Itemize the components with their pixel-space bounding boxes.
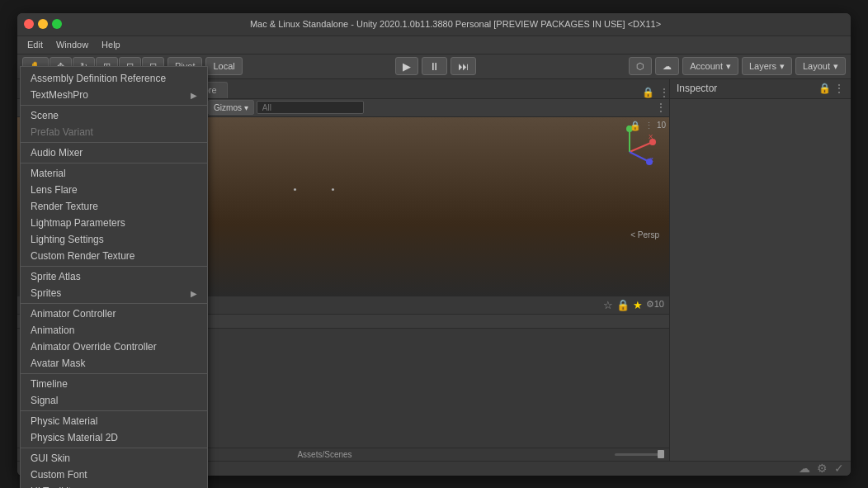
menu-item-lightmap-params[interactable]: Lightmap Parameters <box>21 215 207 231</box>
menu-item-sprites[interactable]: Sprites ▶ <box>21 285 207 301</box>
more-options-icon[interactable]: ⋮ <box>659 87 669 98</box>
main-window: Mac & Linux Standalone - Unity 2020.1.0b… <box>17 13 851 476</box>
maximize-button[interactable] <box>52 19 62 29</box>
play-button[interactable]: ▶ <box>395 57 418 75</box>
menu-bar: Edit Window Help <box>17 36 851 54</box>
inspector-title: Inspector <box>677 83 815 94</box>
minimize-button[interactable] <box>38 19 48 29</box>
layout-dropdown[interactable]: Layout ▾ <box>795 57 846 75</box>
textmeshpro-arrow-icon: ▶ <box>191 91 197 100</box>
scene-lock-icon[interactable]: 🔒 <box>630 121 641 131</box>
gizmo-count: 10 <box>657 121 666 131</box>
scene-search-input[interactable] <box>257 101 364 114</box>
menu-item-physic-material[interactable]: Physic Material <box>21 413 207 429</box>
close-button[interactable] <box>24 19 34 29</box>
menu-item-prefab-variant: Prefab Variant <box>21 124 207 140</box>
menu-item-audio-mixer[interactable]: Audio Mixer <box>21 145 207 161</box>
scene-more-icon[interactable]: ⋮ <box>656 102 666 113</box>
menu-item-custom-render-texture[interactable]: Custom Render Texture <box>21 248 207 264</box>
menu-section-6: Animator Controller Animation Animator O… <box>21 303 207 373</box>
menu-item-gui-skin[interactable]: GUI Skin <box>21 450 207 461</box>
svg-text:X: X <box>649 133 653 140</box>
step-button[interactable]: ⏭ <box>451 57 476 75</box>
menu-section-3: Audio Mixer <box>21 142 207 163</box>
menu-item-lighting-settings[interactable]: Lighting Settings <box>21 231 207 248</box>
menu-item-animator-override[interactable]: Animator Override Controller <box>21 339 207 355</box>
menu-item-animator-controller[interactable]: Animator Controller <box>21 306 207 322</box>
scene-panel-controls: 🔒 ⋮ 10 <box>630 121 666 131</box>
zoom-slider-thumb[interactable] <box>658 450 664 458</box>
pause-button[interactable]: ⏸ <box>422 57 447 75</box>
local-button[interactable]: Local <box>205 57 242 75</box>
account-dropdown[interactable]: Account ▾ <box>682 57 738 75</box>
menu-item-assembly-def-ref[interactable]: Assembly Definition Reference <box>21 79 207 88</box>
menu-section-9: GUI Skin Custom Font UI Toolkit ▶ <box>21 448 207 461</box>
svg-line-6 <box>630 152 649 162</box>
inspector-content <box>670 99 851 461</box>
inspector-lock-icon[interactable]: 🔒 <box>818 83 831 94</box>
menu-section-4: Material Lens Flare Render Texture Light… <box>21 163 207 266</box>
window-title: Mac & Linux Standalone - Unity 2020.1.0b… <box>67 19 844 29</box>
svg-text:Z: Z <box>649 156 653 163</box>
account-chevron-icon: ▾ <box>726 61 731 72</box>
main-area: Assembly Definition Reference TextMeshPr… <box>17 79 851 461</box>
menu-item-textmeshpro[interactable]: TextMeshPro ▶ <box>21 87 207 103</box>
scene-decorative-dots <box>277 182 351 193</box>
menu-item-avatar-mask[interactable]: Avatar Mask <box>21 355 207 372</box>
window-controls <box>24 19 62 29</box>
menu-section-7: Timeline Signal <box>21 373 207 410</box>
menu-item-material[interactable]: Material <box>21 165 207 182</box>
menu-section-5: Sprite Atlas Sprites ▶ <box>21 266 207 303</box>
layers-dropdown[interactable]: Layers ▾ <box>742 57 792 75</box>
menu-item-timeline[interactable]: Timeline <box>21 376 207 392</box>
menu-item-window[interactable]: Window <box>50 38 95 51</box>
menu-section-1: Assembly Definition Reference TextMeshPr… <box>21 79 207 106</box>
layers-chevron-icon: ▾ <box>780 61 785 72</box>
assets-path: Assets/Scenes <box>297 450 351 459</box>
favorites-icon[interactable]: ☆ <box>603 299 613 311</box>
cloud-button[interactable]: ☁ <box>655 57 679 75</box>
filter-icon[interactable]: ⚙10 <box>646 299 664 311</box>
inspector-panel: Inspector 🔒 ⋮ <box>669 79 851 461</box>
settings-status-icon[interactable]: ⚙ <box>817 462 828 475</box>
menu-item-scene[interactable]: Scene <box>21 107 207 124</box>
scene-toolbar-icons: ⋮ <box>656 102 666 113</box>
menu-item-edit[interactable]: Edit <box>21 38 50 51</box>
title-bar: Mac & Linux Standalone - Unity 2020.1.0b… <box>17 13 851 36</box>
menu-item-render-texture[interactable]: Render Texture <box>21 198 207 215</box>
check-status-icon[interactable]: ✓ <box>834 462 844 475</box>
cloud-status-icon[interactable]: ☁ <box>799 462 810 475</box>
inspector-more-icon[interactable]: ⋮ <box>834 83 844 94</box>
layout-chevron-icon: ▾ <box>833 61 838 72</box>
menu-item-physics-material-2d[interactable]: Physics Material 2D <box>21 429 207 446</box>
collab-button[interactable]: ⬡ <box>629 57 652 75</box>
perspective-label: < Persp <box>630 230 659 239</box>
menu-item-help[interactable]: Help <box>95 38 127 51</box>
menu-item-lens-flare[interactable]: Lens Flare <box>21 182 207 198</box>
star-icon[interactable]: ★ <box>633 299 643 311</box>
menu-item-signal[interactable]: Signal <box>21 392 207 409</box>
scene-more-options-icon[interactable]: ⋮ <box>644 121 653 131</box>
create-asset-menu: Assembly Definition Reference TextMeshPr… <box>20 79 208 461</box>
gizmos-button[interactable]: Gizmos ▾ <box>208 100 254 115</box>
lock-icon[interactable]: 🔒 <box>642 87 654 98</box>
scene-panel-icons: 🔒 ⋮ <box>642 87 669 98</box>
svg-line-0 <box>630 142 653 152</box>
assets-toolbar-icons: ☆ 🔒 ★ ⚙10 <box>603 299 664 311</box>
lock-assets-icon[interactable]: 🔒 <box>616 299 630 311</box>
inspector-header: Inspector 🔒 ⋮ <box>670 79 851 99</box>
menu-section-2: Scene Prefab Variant <box>21 105 207 142</box>
menu-item-animation[interactable]: Animation <box>21 322 207 339</box>
sprites-arrow-icon: ▶ <box>191 289 197 298</box>
menu-item-sprite-atlas[interactable]: Sprite Atlas <box>21 268 207 285</box>
scene-gizmo-widget[interactable]: X Y Z <box>603 126 656 178</box>
zoom-slider[interactable] <box>615 453 664 456</box>
menu-section-8: Physic Material Physics Material 2D <box>21 410 207 448</box>
